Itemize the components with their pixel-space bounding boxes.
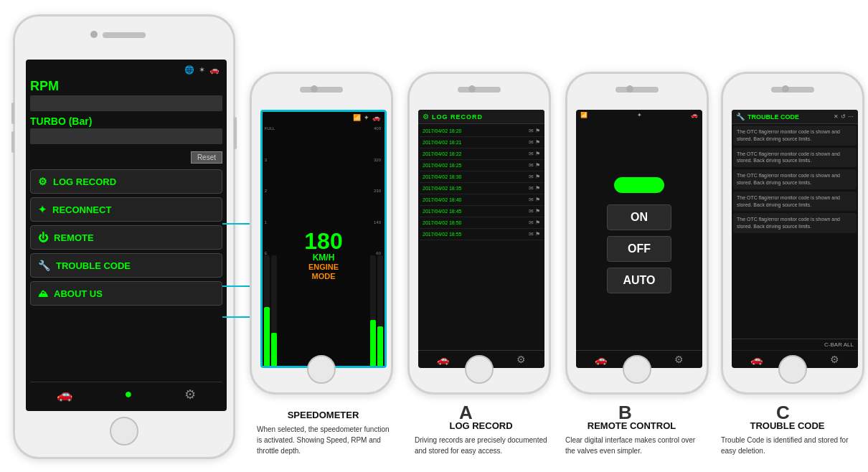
log-flag-icon-3: ⚑ xyxy=(535,151,540,157)
speed-value: 180 xyxy=(304,230,342,252)
log-mail-icon-6: ✉ xyxy=(529,185,534,192)
speed-unit: KM/H xyxy=(313,252,335,263)
remote-nav-settings[interactable]: ⚙ xyxy=(674,354,684,365)
remote-bt-icon: ✦ xyxy=(637,112,642,118)
trouble-nav-car[interactable]: 🚗 xyxy=(750,354,763,365)
menu-btn-trouble-code[interactable]: 🔧 TROUBLE CODE xyxy=(30,253,222,278)
trouble-code-text-3: The OTC flag/error monitor code is shown… xyxy=(737,172,853,187)
arrow-b-horizontal xyxy=(222,285,253,287)
log-header: ⚙ LOG RECORD xyxy=(418,110,544,124)
trouble-action-3[interactable]: ⋯ xyxy=(848,113,854,120)
remote-phone-home-button[interactable] xyxy=(623,355,651,384)
trouble-item-5: The OTC flag/error monitor code is shown… xyxy=(733,213,857,233)
menu-btn-about-us[interactable]: ⛰ ABOUT US xyxy=(30,281,222,306)
left-bar-2-fill xyxy=(271,333,277,366)
side-button-power[interactable] xyxy=(234,117,237,149)
remote-topbar: 📶 ✦ 🚗 xyxy=(576,110,702,121)
right-bar-2-fill xyxy=(377,326,383,366)
trouble-header-title: TROUBLE CODE xyxy=(747,113,799,121)
left-bar-1-fill xyxy=(264,307,270,366)
phone-camera xyxy=(90,31,98,38)
trouble-code-text-5: The OTC flag/error monitor code is shown… xyxy=(737,216,853,230)
trouble-nav-settings[interactable]: ⚙ xyxy=(830,354,839,365)
arrow-a-horizontal xyxy=(222,223,253,225)
log-item-4: 2017/04/02 18:25 ✉⚑ xyxy=(420,160,543,171)
side-button-volume-up[interactable] xyxy=(11,103,14,124)
log-flag-icon-2: ⚑ xyxy=(535,139,540,146)
log-mail-icon-7: ✉ xyxy=(529,197,534,203)
reset-button[interactable]: Reset xyxy=(191,151,222,164)
menu-btn-remote[interactable]: ⏻ REMOTE xyxy=(30,225,222,250)
menu-btn-reconnect[interactable]: ✦ RECONNECT xyxy=(30,197,222,222)
trouble-code-text-4: The OTC flag/error monitor code is shown… xyxy=(737,194,853,209)
log-nav-car[interactable]: 🚗 xyxy=(437,354,449,365)
trouble-action-1[interactable]: ✕ xyxy=(834,113,839,120)
menu-btn-log-record[interactable]: ⚙ LOG RECORD xyxy=(30,169,222,194)
trouble-action-2[interactable]: ↺ xyxy=(841,113,846,120)
bluetooth-icon: ✶ xyxy=(199,65,205,75)
log-list: 2017/04/02 18:20 ✉ ⚑ 2017/04/02 18:21 ✉⚑… xyxy=(418,124,544,350)
r-gauge-400: 400 xyxy=(374,126,381,131)
trouble-item-4: The OTC flag/error monitor code is shown… xyxy=(733,192,857,212)
remote-auto-button[interactable]: AUTO xyxy=(607,268,671,293)
log-item-10: 2017/04/02 18:55 ✉⚑ xyxy=(420,229,543,240)
log-time-10: 2017/04/02 18:55 xyxy=(423,232,462,237)
toggle-indicator xyxy=(614,177,664,193)
log-mail-icon-5: ✉ xyxy=(529,174,534,180)
log-nav-settings[interactable]: ⚙ xyxy=(516,354,526,365)
remote-on-button[interactable]: ON xyxy=(607,204,671,230)
speedo-phone-speaker xyxy=(300,87,343,93)
main-bottom-bar: 🚗 ● ⚙ xyxy=(30,382,222,407)
log-record-description: LOG RECORD Driving records are precisely… xyxy=(415,420,547,456)
speedo-phone-home-button[interactable] xyxy=(307,355,336,384)
speedo-desc-title: SPEEDOMETER xyxy=(257,410,390,420)
remote-phone-screen: 📶 ✦ 🚗 ON OFF AUTO 🚗 ● ⚙ xyxy=(576,110,702,368)
left-gauge: FULL 3 2 1 E xyxy=(263,123,278,366)
menu-btn-log-record-label: LOG RECORD xyxy=(53,176,116,187)
right-bar-2 xyxy=(377,255,383,366)
speedo-wifi-icon: 📶 xyxy=(353,114,361,121)
side-button-volume-down[interactable] xyxy=(11,131,14,153)
remote-icon: ⏻ xyxy=(38,232,48,243)
trouble-phone-home-button[interactable] xyxy=(778,355,807,384)
remote-desc-title: REMOTE CONTROL xyxy=(565,420,698,431)
log-desc-title: LOG RECORD xyxy=(415,420,547,431)
speed-display: 180 KM/H ENGINEMODE xyxy=(278,123,369,366)
speedo-topbar: 📶 ✦ 🚗 xyxy=(263,112,385,123)
engine-mode: ENGINEMODE xyxy=(308,263,339,281)
log-record-screen: ⚙ LOG RECORD 2017/04/02 18:20 ✉ ⚑ 2017/0… xyxy=(418,110,544,368)
remote-nav-car[interactable]: 🚗 xyxy=(595,354,607,365)
main-phone-home-button[interactable] xyxy=(110,417,138,445)
menu-btn-reconnect-label: RECONNECT xyxy=(52,204,111,215)
main-topbar: 🌐 ✶ 🚗 xyxy=(30,64,222,76)
bottom-settings-icon[interactable]: ⚙ xyxy=(184,387,196,402)
remote-phone-camera xyxy=(626,85,633,93)
right-gauge: 400 320 230 140 60 xyxy=(369,123,385,366)
log-flag-icon-7: ⚑ xyxy=(535,197,540,203)
phone-speaker xyxy=(103,32,146,38)
speedo-desc-text: When selected, the speedometer function … xyxy=(257,424,390,456)
log-phone-home-button[interactable] xyxy=(465,355,494,384)
log-item-1: 2017/04/02 18:20 ✉ ⚑ xyxy=(420,126,543,137)
speedo-phone-screen: 📶 ✦ 🚗 FULL 3 2 1 E xyxy=(260,110,387,368)
gauge-label-full: FULL xyxy=(265,126,275,131)
trouble-header: 🔧 TROUBLE CODE ✕ ↺ ⋯ xyxy=(732,110,858,124)
log-mail-icon-9: ✉ xyxy=(529,220,534,226)
log-header-icon: ⚙ xyxy=(423,113,429,121)
c-bar-all-label: C-BAR ALL xyxy=(824,341,854,348)
log-time-2: 2017/04/02 18:21 xyxy=(423,140,462,145)
trouble-phone-screen: 🔧 TROUBLE CODE ✕ ↺ ⋯ The OTC flag/error … xyxy=(732,110,858,368)
turbo-label: TURBO (Bar) xyxy=(30,115,222,127)
speedo-phone-camera xyxy=(311,85,318,93)
bottom-car-icon[interactable]: 🚗 xyxy=(57,387,72,402)
rpm-label: RPM xyxy=(30,79,222,94)
menu-btn-remote-label: REMOTE xyxy=(54,232,94,243)
log-mail-icon-10: ✉ xyxy=(529,231,534,237)
bottom-home-icon[interactable]: ● xyxy=(125,387,133,402)
gauge-label-3: 3 xyxy=(265,158,275,162)
right-gauge-bars xyxy=(370,255,383,366)
gauge-label-2: 2 xyxy=(265,189,275,193)
rpm-bar xyxy=(30,95,222,111)
trouble-header-icon: 🔧 xyxy=(736,113,745,121)
remote-off-button[interactable]: OFF xyxy=(607,236,671,262)
